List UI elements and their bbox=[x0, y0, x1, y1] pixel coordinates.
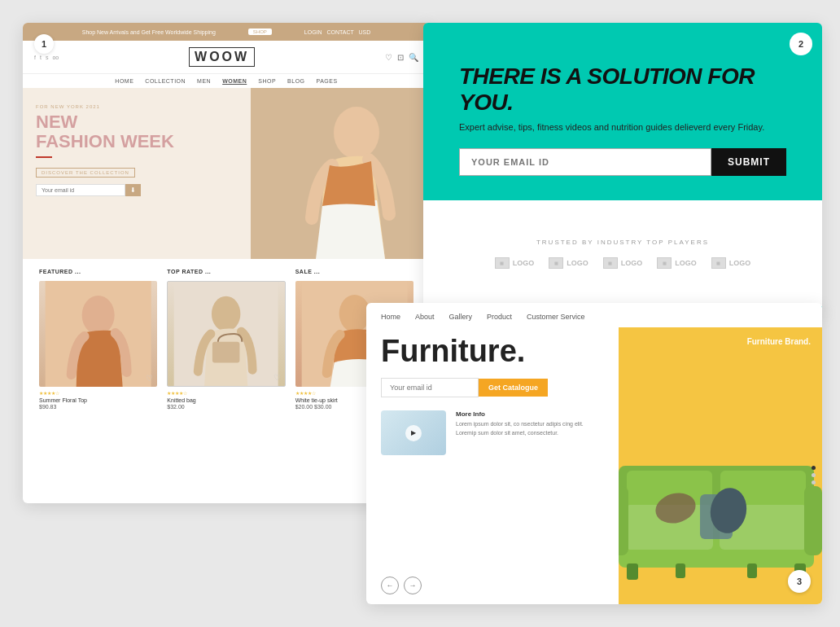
heart-icon[interactable]: ♡ bbox=[273, 373, 281, 382]
dot-3[interactable] bbox=[812, 480, 816, 484]
play-button[interactable]: ▶ bbox=[405, 425, 422, 441]
svg-point-5 bbox=[212, 296, 240, 331]
sofa-image bbox=[619, 449, 822, 580]
menu-men[interactable]: MEN bbox=[197, 78, 211, 84]
social-t[interactable]: t bbox=[40, 55, 42, 60]
banner-nav: LOGIN CONTACT USD bbox=[304, 29, 370, 35]
newsletter-content: THERE IS A SOLUTION FOR YOU. Expert advi… bbox=[423, 23, 822, 200]
video-thumbnail[interactable]: ▶ bbox=[381, 410, 446, 455]
card1-hero: FOR NEW YORK 2021 NEW FASHION WEEK DISCO… bbox=[23, 88, 430, 259]
card1-menu: HOME COLLECTION MEN WOMEN SHOP BLOG PAGE… bbox=[23, 74, 430, 88]
logo-img: ▦ bbox=[603, 257, 618, 269]
furniture-email[interactable] bbox=[381, 378, 479, 397]
newsletter-title: THERE IS A SOLUTION FOR YOU. bbox=[459, 64, 786, 116]
svg-rect-20 bbox=[747, 563, 757, 578]
more-info: More Info Lorem ipsum dolor sit, co nsec… bbox=[456, 410, 604, 437]
card3-furniture: Home About Gallery Product Customer Serv… bbox=[366, 303, 822, 604]
badge-1: 1 bbox=[34, 34, 54, 54]
card1-nav: f t s oo WOOW ♡ ⊡ 🔍 bbox=[23, 41, 430, 74]
card3-nav: Home About Gallery Product Customer Serv… bbox=[366, 303, 822, 327]
nav-arrows: ← → bbox=[381, 577, 422, 594]
svg-point-8 bbox=[339, 295, 370, 332]
email-input[interactable] bbox=[459, 148, 711, 176]
card1-banner: Shop New Arrivals and Get Free Worldwide… bbox=[23, 23, 430, 41]
logo-label: LOGO bbox=[675, 259, 697, 267]
featured-image: ♡ bbox=[39, 281, 157, 387]
menu-blog[interactable]: BLOG bbox=[287, 78, 304, 84]
card3-right: Furniture Brand. bbox=[619, 327, 822, 604]
carousel-dots bbox=[812, 466, 816, 484]
svg-point-3 bbox=[82, 296, 115, 335]
hero-title-line1: NEW bbox=[36, 112, 77, 132]
menu-women[interactable]: WOMEN bbox=[222, 78, 247, 84]
logo-img: ▦ bbox=[657, 257, 672, 269]
badge-2: 2 bbox=[790, 33, 812, 55]
newsletter-form: SUBMIT bbox=[459, 148, 786, 176]
svg-rect-6 bbox=[212, 342, 239, 363]
social-s[interactable]: s bbox=[46, 55, 49, 60]
bag-icon[interactable]: ⊡ bbox=[397, 53, 404, 62]
next-arrow[interactable]: → bbox=[404, 577, 422, 594]
toprated-title: TOP RATED ... bbox=[167, 269, 285, 274]
brand-label: Furniture Brand. bbox=[747, 337, 811, 346]
logo-4: ▦ LOGO bbox=[657, 257, 697, 269]
menu-home[interactable]: HOME bbox=[115, 78, 133, 84]
logo-label: LOGO bbox=[621, 259, 643, 267]
card2-newsletter: 2 THERE IS A SOLUTION FOR YOU. Expert ad… bbox=[423, 23, 822, 316]
nav-customer[interactable]: Customer Service bbox=[527, 313, 585, 321]
dot-1[interactable] bbox=[812, 466, 816, 470]
nav-home[interactable]: Home bbox=[381, 313, 400, 321]
toprated-image: ♡ bbox=[167, 281, 285, 387]
trusted-section: TRUSTED BY INDUSTRY TOP PLAYERS ▦ LOGO ▦… bbox=[423, 200, 822, 306]
svg-rect-15 bbox=[619, 486, 628, 555]
social-f[interactable]: f bbox=[34, 55, 36, 60]
furniture-title: Furniture. bbox=[381, 335, 604, 366]
nav-product[interactable]: Product bbox=[487, 313, 512, 321]
hero-email-input[interactable] bbox=[36, 184, 125, 196]
nav-gallery[interactable]: Gallery bbox=[449, 313, 473, 321]
hero-eyebrow: FOR NEW YORK 2021 bbox=[36, 104, 174, 109]
menu-pages[interactable]: PAGES bbox=[317, 78, 338, 84]
prev-arrow[interactable]: ← bbox=[381, 577, 399, 594]
hero-email-submit[interactable]: ⬇ bbox=[125, 184, 141, 196]
heart-icon[interactable]: ♡ bbox=[146, 374, 153, 383]
logo-label: LOGO bbox=[513, 259, 535, 267]
svg-rect-16 bbox=[804, 486, 822, 555]
social-oo[interactable]: oo bbox=[52, 55, 59, 60]
more-info-text: Lorem ipsum dolor sit, co nsectetur adip… bbox=[456, 420, 604, 437]
logo-img: ▦ bbox=[495, 257, 510, 269]
product-price: $32.00 bbox=[167, 404, 285, 410]
logo-3: ▦ LOGO bbox=[603, 257, 643, 269]
featured-title: FEATURED ... bbox=[39, 269, 157, 274]
nav-icons: ♡ ⊡ 🔍 bbox=[385, 53, 418, 62]
hero-title: NEW FASHION WEEK bbox=[36, 112, 174, 151]
card3-left: Furniture. Get Catalogue ▶ More Info Lor… bbox=[366, 327, 619, 604]
catalogue-button[interactable]: Get Catalogue bbox=[479, 379, 548, 397]
product-featured: FEATURED ... ♡ ★★★★☆ Summer Floral Top $… bbox=[34, 269, 162, 410]
product-price: $90.83 bbox=[39, 404, 157, 410]
hero-cta[interactable]: DISCOVER THE COLLECTION bbox=[36, 168, 135, 178]
product-stars: ★★★★☆ bbox=[39, 390, 157, 396]
logo-1: ▦ LOGO bbox=[495, 257, 535, 269]
menu-collection[interactable]: COLLECTION bbox=[145, 78, 186, 84]
heart-icon[interactable]: ♡ bbox=[385, 53, 392, 62]
hero-image bbox=[251, 88, 430, 259]
search-icon[interactable]: 🔍 bbox=[409, 53, 418, 62]
video-row: ▶ More Info Lorem ipsum dolor sit, co ns… bbox=[381, 410, 604, 455]
social-links: f t s oo bbox=[34, 55, 59, 60]
product-stars: ★★★★☆ bbox=[167, 390, 285, 396]
svg-rect-19 bbox=[676, 563, 685, 578]
logo-img: ▦ bbox=[711, 257, 726, 269]
dot-2[interactable] bbox=[812, 473, 816, 477]
banner-shop-btn[interactable]: SHOP bbox=[248, 28, 272, 35]
logo-img: ▦ bbox=[549, 257, 563, 269]
trusted-title: TRUSTED BY INDUSTRY TOP PLAYERS bbox=[536, 239, 709, 246]
svg-rect-17 bbox=[627, 563, 638, 580]
nav-about[interactable]: About bbox=[415, 313, 435, 321]
menu-shop[interactable]: SHOP bbox=[258, 78, 276, 84]
submit-button[interactable]: SUBMIT bbox=[711, 148, 786, 176]
more-info-title: More Info bbox=[456, 410, 604, 418]
sale-title: SALE ... bbox=[295, 269, 413, 274]
newsletter-subtitle: Expert advise, tips, fitness videos and … bbox=[459, 122, 786, 132]
hero-title-line2: FASHION WEEK bbox=[36, 131, 174, 151]
